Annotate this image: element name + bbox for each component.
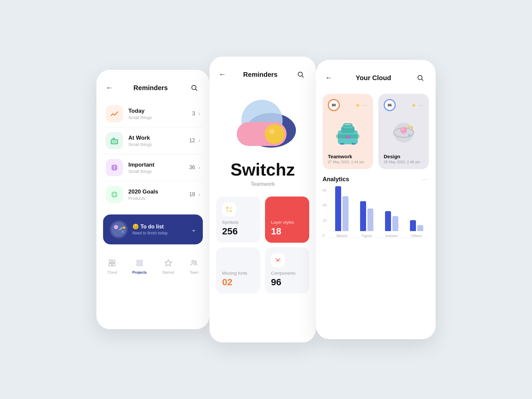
cloud-cards: 80 ★ ··· [316,90,436,176]
svg-rect-31 [230,210,232,212]
teamwork-name: Teamwork [328,154,368,159]
svg-point-27 [269,129,275,134]
atwork-sub: Small things [128,142,189,147]
nav-projects-label: Projects [132,270,147,274]
goals-sub: Products [128,196,189,201]
sketch-bar-light [342,196,348,231]
stat-layer-styles: Layer styles 18 [265,197,309,243]
bottom-nav: Cloud Projects Starred [96,252,209,278]
svg-rect-15 [140,260,143,263]
app-name: Switchz [216,160,309,179]
goals-icon [106,186,123,203]
svg-rect-14 [137,260,139,263]
screen2-header: ← Reminders [209,57,316,87]
svg-point-19 [192,260,194,262]
todo-banner[interactable]: ✕ 😊 To do list Need to finish today ⌄ [103,214,203,244]
atwork-title: At Work [128,135,189,141]
screen3-search-button[interactable] [414,72,426,84]
starred-nav-icon [164,259,172,269]
atwork-chevron: › [199,138,200,144]
chart-bars: Sketch Figma Invision [329,188,429,238]
svg-point-37 [279,261,281,263]
today-title: Today [128,108,192,114]
svg-rect-50 [351,143,355,145]
teamwork-score: 80 [328,99,340,111]
screen2-title: Reminders [243,71,277,78]
screen3-title: Your Cloud [356,74,391,82]
svg-rect-48 [346,135,349,136]
figma-label: Figma [361,234,372,238]
svg-rect-28 [226,207,228,209]
list-item-goals[interactable]: 2020 Goals Products 18 › [103,181,203,208]
back-button[interactable]: ← [106,83,113,92]
symbols-icon [222,202,236,216]
svg-rect-17 [140,263,143,266]
design-star[interactable]: ★ [411,102,416,108]
goals-count: 18 [189,192,195,198]
cloud-nav-icon [108,259,116,269]
invision-bar-light [392,216,398,231]
chart-y-axis: 0 20 40 60 [323,188,327,238]
screen1-header: ← Reminders [96,70,209,100]
svg-point-53 [400,127,407,134]
important-icon [106,159,123,176]
stat-missing-fonts: Missing fonts 02 [216,247,260,294]
bar-sketch: Sketch [335,181,348,238]
y-label-0: 0 [323,233,327,237]
list-item-today[interactable]: Today Small things 3 › [103,100,203,127]
svg-rect-16 [137,263,139,266]
nav-cloud[interactable]: Cloud [107,259,117,274]
components-label: Components [271,271,303,276]
svg-text:✕: ✕ [407,133,411,138]
symbols-label: Symbols [222,220,254,225]
today-chevron: › [199,111,200,117]
today-icon [106,105,123,122]
figma-bar-light [367,208,373,231]
nav-team[interactable]: Team [190,259,199,274]
svg-point-32 [277,259,279,261]
svg-marker-18 [165,260,172,266]
teamwork-date: 27 May 2020, 1:44 am [328,160,368,164]
nav-projects[interactable]: Projects [132,259,147,274]
others-bar-dark [410,220,416,231]
search-button[interactable] [188,82,200,94]
screen2-back-button[interactable]: ← [219,70,226,79]
todo-title: 😊 To do list [132,223,189,230]
screen2-search-button[interactable] [295,68,307,80]
svg-point-26 [265,124,285,144]
svg-rect-29 [230,207,232,209]
y-label-20: 20 [323,218,327,222]
others-bar-light [417,225,423,231]
app-sub: Teamwork [216,181,309,187]
atwork-count: 12 [189,138,195,144]
list-item-atwork[interactable]: At Work Small things 12 › [103,127,203,154]
list-item-important[interactable]: Important Small things 36 › [103,154,203,181]
design-name: Design [384,154,424,159]
design-dots[interactable]: ··· [419,102,424,108]
nav-starred[interactable]: Starred [162,259,174,274]
svg-text:✕: ✕ [121,229,124,234]
bar-others: Others [410,181,423,238]
todo-chevron-icon: ⌄ [191,226,196,233]
svg-point-54 [402,128,404,130]
cloud-card-teamwork[interactable]: 80 ★ ··· [323,94,373,169]
svg-point-36 [276,261,277,263]
teamwork-star[interactable]: ★ [355,102,360,108]
team-nav-icon [190,259,198,269]
svg-rect-13 [112,263,115,266]
sketch-label: Sketch [336,234,347,238]
teamwork-image [328,114,368,151]
screen1-reminders-list: ← Reminders Today Small things 3 › [96,70,209,329]
screen3-cloud: ← Your Cloud 80 ★ ··· [316,60,436,339]
svg-line-1 [196,89,197,90]
teamwork-dots[interactable]: ··· [363,102,368,108]
bar-invision: Invision [385,181,398,238]
layer-styles-value: 18 [271,226,303,237]
svg-rect-30 [226,210,228,212]
important-count: 36 [189,165,195,171]
svg-rect-12 [109,263,112,266]
svg-point-8 [115,226,117,228]
analytics-section: Analytics ··· 0 20 40 60 Sketch [316,176,436,238]
screen3-back-button[interactable]: ← [325,73,332,82]
cloud-card-design[interactable]: 86 ★ ··· ✕ [378,94,429,169]
